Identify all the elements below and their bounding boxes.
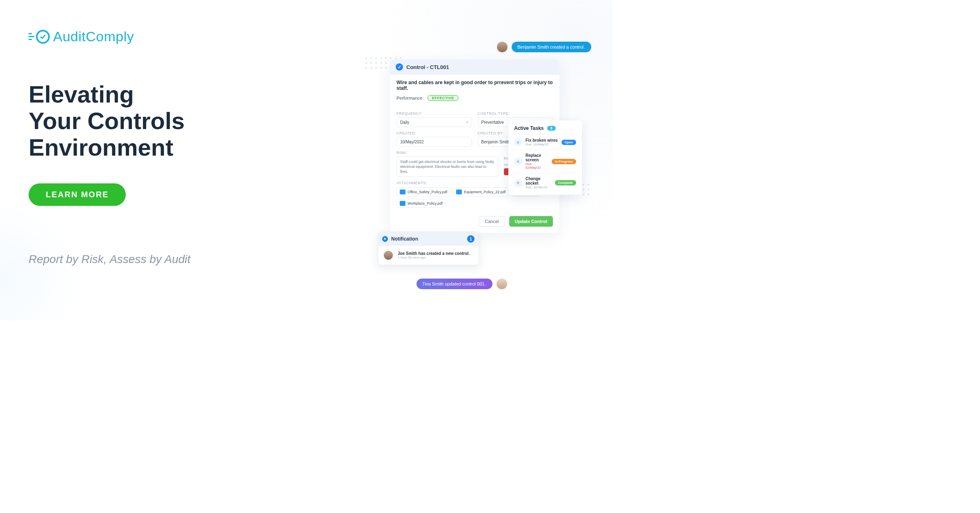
attachment-name: Office_Safety_Policy.pdf [408,190,447,194]
chevron-down-icon: ▾ [466,120,468,124]
performance-badge: EFFECTIVE [428,95,459,101]
check-circle-icon: ✓ [396,63,403,71]
task-due: Due: 02/May/22 [526,162,548,170]
control-type-label: CONTROL TYPE: [478,112,553,116]
task-row[interactable]: ≡Replace screenDue: 02/May/22In Progress [512,149,578,173]
task-status-pill: Complete [555,180,576,185]
list-icon: ≡ [514,157,522,165]
control-description: Wire and cables are kept in good order t… [396,80,553,91]
hero-heading: Elevating Your Controls Environment [29,81,253,161]
created-by-value: Benjamin Smith [481,140,510,144]
logo-mark [29,30,50,44]
task-row[interactable]: ≡Fix broken wiresDue: 16/May/22Open [512,134,578,149]
toast-created: Benjamin Smith created a control. [496,41,591,53]
cancel-button[interactable]: Cancel [479,216,505,227]
active-tasks-count: 3 [547,126,556,131]
hero-line-1: Elevating [29,81,134,107]
notification-title: Notification [391,236,418,242]
task-name: Replace screen [526,153,548,162]
learn-more-button[interactable]: LEARN MORE [29,183,126,206]
logo: AuditComply [29,29,253,45]
created-value: 10/May/2022 [400,140,424,144]
avatar [496,41,508,53]
tagline: Report by Risk, Assess by Audit [29,253,253,266]
task-due: Due: 30/Apr/22 [526,185,552,189]
attachment-chip[interactable]: Office_Safety_Policy.pdf [396,187,450,196]
created-label: CREATED: [396,131,472,135]
notification-card: ✦ Notification 1 Joe Smith has created a… [378,232,479,265]
task-status-pill: Open [561,140,576,145]
logo-text: AuditComply [53,29,134,45]
performance-row: Performance: EFFECTIVE [396,95,553,101]
toast-created-text: Benjamin Smith created a control. [512,42,591,52]
file-icon [400,190,405,194]
left-panel: AuditComply Elevating Your Controls Envi… [29,29,253,266]
file-icon [456,190,462,194]
toast-updated: Tina Smith updated control 001. [416,278,508,290]
task-due: Due: 16/May/22 [526,143,558,146]
star-icon: ✦ [382,236,388,242]
file-icon [400,201,405,206]
notification-count: 1 [467,235,474,243]
mockups-area: Benjamin Smith created a control. ✓ Cont… [378,41,598,294]
control-type-value: Preventative [481,120,504,125]
attachment-chip[interactable]: Equipment_Policy_22.pdf [453,187,509,196]
notification-text: Joe Smith has created a new control. [398,251,470,256]
attachment-name: Workplace_Policy.pdf [408,201,443,205]
avatar [496,278,508,290]
attachment-chip[interactable]: Workplace_Policy.pdf [396,199,446,208]
created-field[interactable]: 10/May/2022 [396,137,472,147]
hero-line-2: Your Controls [29,107,185,134]
active-tasks-title: Active Tasks 3 [512,125,578,134]
card-actions: Cancel Update Control [390,212,559,227]
notification-time: 1 hour 30 mins ago [398,256,470,259]
toast-updated-text: Tina Smith updated control 001. [416,279,492,289]
notification-header: ✦ Notification 1 [378,232,479,246]
check-circle-icon [36,30,50,44]
performance-label: Performance: [396,96,423,100]
active-tasks-label: Active Tasks [514,125,544,131]
task-row[interactable]: ≡Change socketDue: 30/Apr/22Complete [512,173,578,192]
list-icon: ≡ [514,138,522,146]
task-name: Change socket [526,176,552,185]
attachment-name: Equipment_Policy_22.pdf [464,190,506,194]
control-header-title: Control - CTL001 [406,64,449,70]
hero-line-3: Environment [29,134,174,161]
control-card-header: ✓ Control - CTL001 [390,59,559,75]
active-tasks-card: Active Tasks 3 ≡Fix broken wiresDue: 16/… [508,120,582,195]
frequency-select[interactable]: Daily ▾ [396,117,472,127]
avatar [383,250,394,261]
risk-textarea[interactable]: Staff could get electrical shocks or bur… [396,156,498,177]
update-control-button[interactable]: Update Control [509,216,553,227]
task-status-pill: In Progress [552,159,576,164]
list-icon: ≡ [514,179,522,187]
frequency-value: Daily [400,120,409,125]
task-name: Fix broken wires [526,138,558,143]
frequency-label: FREQUENCY: [396,112,472,116]
